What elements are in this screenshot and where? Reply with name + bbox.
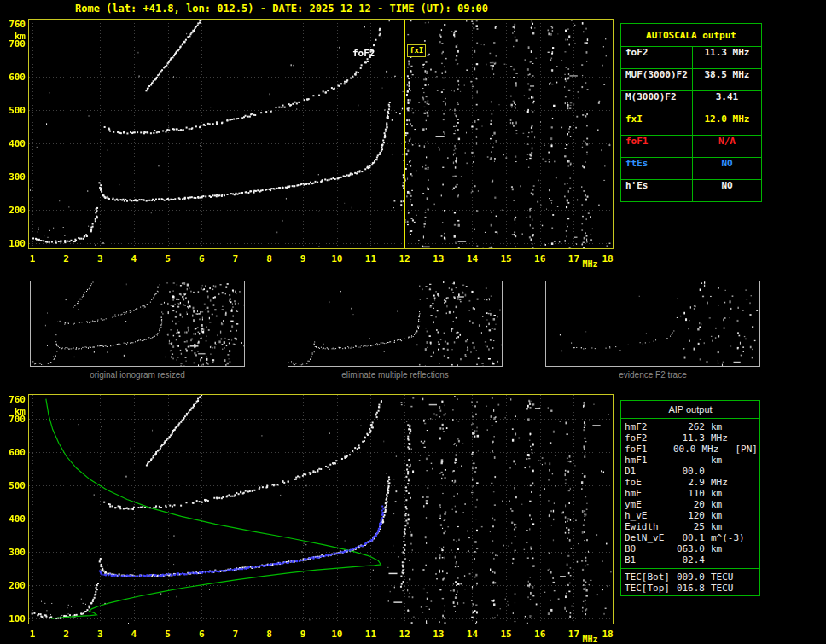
thumbnail-caption-original: original ionogram resized bbox=[30, 370, 245, 380]
aip-param-label: hmF1 bbox=[625, 455, 674, 466]
aip-param-value: 00.0 bbox=[674, 466, 705, 477]
y-axis-tick-label: 500 bbox=[2, 480, 26, 491]
aip-param-value: 063.0 bbox=[674, 543, 705, 554]
aip-tec-rows: TEC[Bot]009.0TECUTEC[Top]016.8TECU bbox=[621, 569, 759, 595]
autoscala-row: ftEsNO bbox=[621, 158, 761, 180]
aip-param-unit: TECU bbox=[705, 571, 748, 583]
ionogram-top-canvas bbox=[28, 19, 614, 249]
autoscala-screen: Rome (lat: +41.8, lon: 012.5) - DATE: 20… bbox=[0, 0, 826, 644]
autoscala-row: fxI12.0 MHz bbox=[621, 113, 761, 136]
y-axis-tick-label: 760 bbox=[2, 19, 26, 30]
x-axis-tick-label: 10 bbox=[328, 253, 346, 264]
autoscala-param-value: 38.5 MHz bbox=[693, 69, 761, 90]
thumb-original-canvas bbox=[31, 281, 244, 366]
y-axis-unit-label: km bbox=[2, 406, 26, 417]
aip-param-unit: km bbox=[705, 499, 748, 510]
x-axis-tick-label: 16 bbox=[531, 253, 550, 264]
y-axis-tick-label: 600 bbox=[2, 447, 26, 458]
x-axis-tick-label: 8 bbox=[260, 253, 279, 264]
x-axis-tick-label: 11 bbox=[361, 629, 380, 640]
x-axis-tick-label: 16 bbox=[531, 629, 550, 640]
aip-param-value: 00.1 bbox=[674, 532, 705, 543]
aip-row: D100.0 bbox=[625, 466, 758, 477]
x-axis-tick-label: 5 bbox=[159, 253, 177, 264]
x-axis-tick-label: 18 bbox=[598, 629, 617, 640]
x-axis-tick-label: 12 bbox=[395, 629, 414, 640]
aip-param-value: 20 bbox=[674, 499, 705, 510]
thumb-original bbox=[30, 281, 245, 367]
autoscala-row: foF1N/A bbox=[621, 136, 761, 158]
y-axis-tick-label: 200 bbox=[2, 205, 26, 216]
aip-row: ymE20km bbox=[625, 499, 758, 510]
y-axis-tick-label: 400 bbox=[2, 513, 26, 525]
autoscala-param-label: MUF(3000)F2 bbox=[621, 69, 693, 90]
aip-row: foF100.0MHz[PN] bbox=[625, 444, 758, 455]
x-axis-tick-label: 17 bbox=[564, 629, 583, 640]
aip-param-unit: MHz bbox=[705, 477, 748, 488]
aip-param-value: 00.0 bbox=[668, 444, 695, 455]
aip-param-unit: km bbox=[705, 455, 748, 466]
aip-param-label: foF2 bbox=[625, 432, 674, 444]
x-axis-tick-label: 3 bbox=[90, 629, 109, 640]
autoscala-param-label: ftEs bbox=[621, 158, 693, 179]
x-axis-tick-label: 9 bbox=[294, 253, 312, 264]
thumbnail-caption-cleaned: eliminate multiple reflections bbox=[288, 370, 503, 380]
x-axis-tick-label: 1 bbox=[23, 629, 42, 640]
aip-param-label: hmE bbox=[625, 488, 674, 499]
aip-param-value: 110 bbox=[674, 488, 705, 499]
station-date-title: Rome (lat: +41.8, lon: 012.5) - DATE: 20… bbox=[75, 3, 488, 15]
aip-param-label: hmF2 bbox=[625, 421, 674, 432]
thumb-cleaned bbox=[288, 281, 503, 367]
thumbnail-caption-f2: evidence F2 trace bbox=[545, 370, 760, 380]
foF2-marker-label: foF2 bbox=[352, 48, 375, 59]
aip-param-label: foF1 bbox=[625, 444, 668, 455]
autoscala-param-label: foF2 bbox=[621, 47, 693, 68]
aip-row: hmE110km bbox=[625, 488, 758, 499]
x-axis-tick-label: 7 bbox=[226, 629, 245, 640]
autoscala-param-value: NO bbox=[693, 180, 761, 201]
x-axis-tick-label: 7 bbox=[226, 253, 245, 264]
aip-tec-row: TEC[Top]016.8TECU bbox=[625, 583, 758, 594]
aip-param-label: ymE bbox=[625, 499, 674, 510]
autoscala-param-value: N/A bbox=[693, 136, 761, 157]
aip-param-unit: MHz bbox=[705, 432, 748, 444]
aip-row: B102.4 bbox=[625, 554, 758, 566]
y-axis-tick-label: 760 bbox=[2, 394, 26, 405]
x-axis-tick-label: 15 bbox=[497, 629, 515, 640]
aip-param-value: 2.9 bbox=[674, 477, 705, 488]
autoscala-param-label: h'Es bbox=[621, 180, 693, 201]
aip-param-label: B1 bbox=[625, 554, 674, 566]
aip-param-value: 120 bbox=[674, 510, 705, 521]
x-axis-tick-label: 14 bbox=[462, 253, 481, 264]
aip-param-label: TEC[Top] bbox=[625, 583, 674, 594]
autoscala-param-value: 3.41 bbox=[693, 91, 761, 113]
aip-table-rows: hmF2262kmfoF211.3MHzfoF100.0MHz[PN]hmF1-… bbox=[621, 419, 759, 567]
y-axis-tick-label: 500 bbox=[2, 105, 26, 116]
aip-param-label: D1 bbox=[625, 466, 674, 477]
aip-param-unit: km bbox=[705, 543, 748, 554]
aip-param-label: TEC[Bot] bbox=[625, 571, 674, 583]
aip-param-unit: TECU bbox=[705, 583, 748, 594]
autoscala-row: foF211.3 MHz bbox=[621, 47, 761, 69]
autoscala-param-label: foF1 bbox=[621, 136, 693, 157]
autoscala-param-value: NO bbox=[693, 158, 761, 179]
aip-param-value: 262 bbox=[674, 421, 705, 432]
aip-param-label: B0 bbox=[625, 543, 674, 554]
aip-param-label: Ewidth bbox=[625, 521, 674, 532]
autoscala-param-label: M(3000)F2 bbox=[621, 91, 693, 113]
x-axis-tick-label: 6 bbox=[192, 629, 211, 640]
y-axis-tick-label: 200 bbox=[2, 580, 26, 591]
autoscala-param-value: 12.0 MHz bbox=[693, 113, 761, 135]
aip-param-unit: km bbox=[705, 421, 748, 432]
x-axis-tick-label: 14 bbox=[462, 629, 481, 640]
y-axis-tick-label: 300 bbox=[2, 171, 26, 183]
aip-param-value: 11.3 bbox=[674, 432, 705, 444]
thumb-cleaned-canvas bbox=[288, 281, 502, 366]
x-axis-tick-label: 2 bbox=[57, 253, 76, 264]
thumb-f2-canvas bbox=[546, 281, 759, 366]
x-axis-tick-label: 2 bbox=[57, 629, 76, 640]
aip-param-label: foE bbox=[625, 477, 674, 488]
ionogram-top: foF2 fxI 760700600500400300200100km12345… bbox=[0, 17, 636, 273]
autoscala-table-rows: foF211.3 MHzMUF(3000)F238.5 MHzM(3000)F2… bbox=[621, 47, 761, 201]
aip-row: hmF1---km bbox=[625, 455, 758, 466]
